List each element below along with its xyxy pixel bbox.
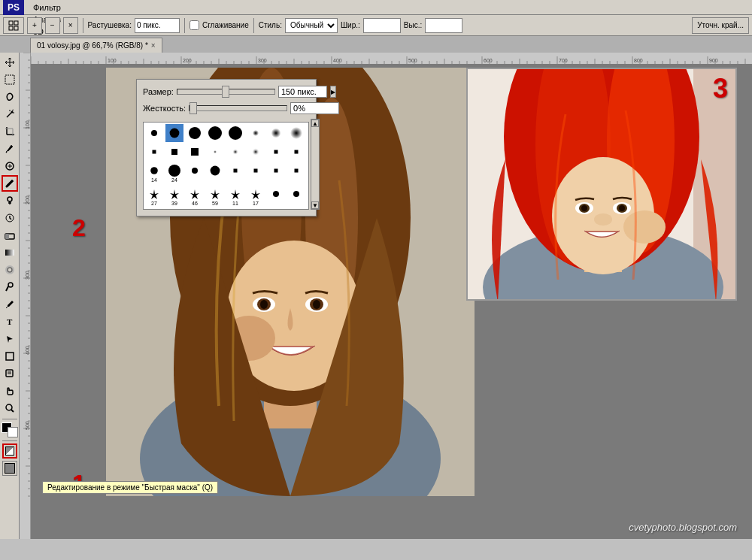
brush-cell-1-3[interactable] <box>206 143 224 161</box>
brush-cell-1-7[interactable] <box>287 143 305 161</box>
anti-alias-label: Сглаживание <box>202 21 249 29</box>
brush-cell-1-2[interactable] <box>186 143 204 161</box>
brush-cell-2-1[interactable]: 24 <box>165 162 183 184</box>
brush-cell-2-2[interactable] <box>186 162 204 180</box>
hand-tool[interactable] <box>2 383 18 399</box>
brush-cell-2-0[interactable]: 14 <box>145 162 163 184</box>
svg-point-46 <box>260 300 268 309</box>
brush-grid-area: 1424273946591117 ▲ ▼ <box>143 119 310 210</box>
anti-alias-checkbox[interactable] <box>190 20 199 30</box>
brush-hardness-slider[interactable] <box>189 105 287 111</box>
eyedropper-tool[interactable] <box>2 141 18 157</box>
intersect-btn[interactable]: × <box>63 17 78 34</box>
tooltip: Редактирование в режиме "Быстрая маска" … <box>42 481 218 494</box>
svg-line-35 <box>11 410 14 412</box>
brush-cell-1-0[interactable] <box>145 143 163 161</box>
type-tool[interactable]: T <box>2 313 18 330</box>
brush-hardness-value-input[interactable] <box>290 102 339 114</box>
move-tool[interactable] <box>2 54 18 71</box>
svg-point-62 <box>581 205 587 211</box>
color-separator <box>2 440 17 441</box>
scroll-up[interactable]: ▲ <box>311 120 319 127</box>
brush-cell-2-6[interactable] <box>267 162 285 180</box>
svg-point-25 <box>8 268 12 272</box>
history-tool[interactable] <box>2 210 18 226</box>
brush-cell-1-5[interactable] <box>247 143 265 161</box>
width-label: Шир.: <box>341 21 360 29</box>
svg-rect-22 <box>5 234 9 239</box>
brush-scroll[interactable]: ▲ ▼ <box>311 119 320 210</box>
scroll-down[interactable]: ▼ <box>311 201 319 209</box>
svg-rect-1 <box>14 21 18 25</box>
tool-mode-btn[interactable] <box>3 17 24 34</box>
brush-cell-2-3[interactable] <box>206 162 224 180</box>
brush-cell-1-1[interactable] <box>165 143 183 161</box>
brush-cell-0-5[interactable] <box>247 124 265 142</box>
brush-cell-3-2[interactable]: 46 <box>186 185 204 207</box>
brush-cell-0-0[interactable] <box>145 124 163 142</box>
clone-stamp-tool[interactable] <box>2 192 18 209</box>
width-input[interactable] <box>363 18 401 33</box>
brush-size-value-input[interactable] <box>278 86 327 98</box>
eraser-tool[interactable] <box>2 227 18 244</box>
style-select[interactable]: Обычный <box>285 18 338 33</box>
lasso-tool[interactable] <box>2 89 18 105</box>
brush-cell-2-7[interactable] <box>287 162 305 180</box>
height-input[interactable] <box>425 18 462 33</box>
svg-rect-82 <box>274 150 278 154</box>
brush-size-input[interactable] <box>135 18 180 33</box>
svg-rect-79 <box>214 150 217 154</box>
brush-cell-3-3[interactable]: 59 <box>206 185 224 207</box>
canvas-area: 3 1 2 Размер: ▶ Жесткость: <box>31 53 752 539</box>
brush-cell-0-4[interactable] <box>226 124 244 142</box>
svg-point-65 <box>619 205 625 211</box>
menu-item-фильтр[interactable]: Фильтр <box>29 2 101 14</box>
shape-tool[interactable] <box>2 348 18 365</box>
brush-cell-3-0[interactable]: 27 <box>145 185 163 207</box>
dodge-tool[interactable] <box>2 279 18 295</box>
doc-tab[interactable]: 01 volosy.jpg @ 66,7% (RGB/8) * × <box>30 38 162 53</box>
pen-tool[interactable] <box>2 296 18 313</box>
brush-cell-3-7[interactable] <box>287 185 305 203</box>
refine-edge-btn[interactable]: Уточн. край... <box>692 17 749 34</box>
quick-mask-btn[interactable] <box>2 443 17 459</box>
brush-cell-0-3[interactable] <box>206 124 224 142</box>
marquee-tool[interactable] <box>2 71 18 88</box>
brush-size-next-btn[interactable]: ▶ <box>330 86 336 98</box>
subtract-btn[interactable]: − <box>45 17 60 34</box>
crop-tool[interactable] <box>2 123 18 140</box>
brush-cell-3-5[interactable]: 17 <box>247 185 265 207</box>
screen-mode-btn[interactable] <box>2 461 17 476</box>
brush-cell-2-5[interactable] <box>247 162 265 180</box>
add-btn[interactable]: + <box>27 17 42 34</box>
brush-cell-0-6[interactable] <box>267 124 285 142</box>
svg-rect-90 <box>274 169 278 173</box>
notes-tool[interactable] <box>2 365 18 382</box>
brush-tool[interactable] <box>2 175 18 192</box>
gradient-tool[interactable] <box>2 244 18 261</box>
brush-cell-3-4[interactable]: 11 <box>226 185 244 207</box>
brush-hardness-row: Жесткость: <box>143 102 310 114</box>
svg-point-75 <box>290 127 302 139</box>
brush-cell-2-4[interactable] <box>226 162 244 180</box>
zoom-tool[interactable] <box>2 400 18 416</box>
svg-point-87 <box>211 166 220 176</box>
brush-cell-0-7[interactable] <box>287 124 305 142</box>
magic-wand-tool[interactable] <box>2 106 18 123</box>
svg-rect-78 <box>191 148 199 156</box>
path-select-tool[interactable] <box>2 331 18 347</box>
brush-cell-1-6[interactable] <box>267 143 285 161</box>
brush-cell-3-6[interactable] <box>267 185 285 203</box>
brush-cell-0-2[interactable] <box>186 124 204 142</box>
brush-size-slider[interactable] <box>177 89 275 95</box>
brush-hardness-container <box>189 105 287 111</box>
brush-cell-0-1[interactable] <box>165 124 183 142</box>
blur-tool[interactable] <box>2 262 18 278</box>
healing-brush-tool[interactable] <box>2 158 18 174</box>
svg-point-74 <box>271 129 281 138</box>
brush-cell-3-1[interactable]: 39 <box>165 185 183 207</box>
svg-line-27 <box>6 286 8 291</box>
tab-close-btn[interactable]: × <box>151 41 156 50</box>
background-color[interactable] <box>8 427 18 437</box>
brush-cell-1-4[interactable] <box>226 143 244 161</box>
